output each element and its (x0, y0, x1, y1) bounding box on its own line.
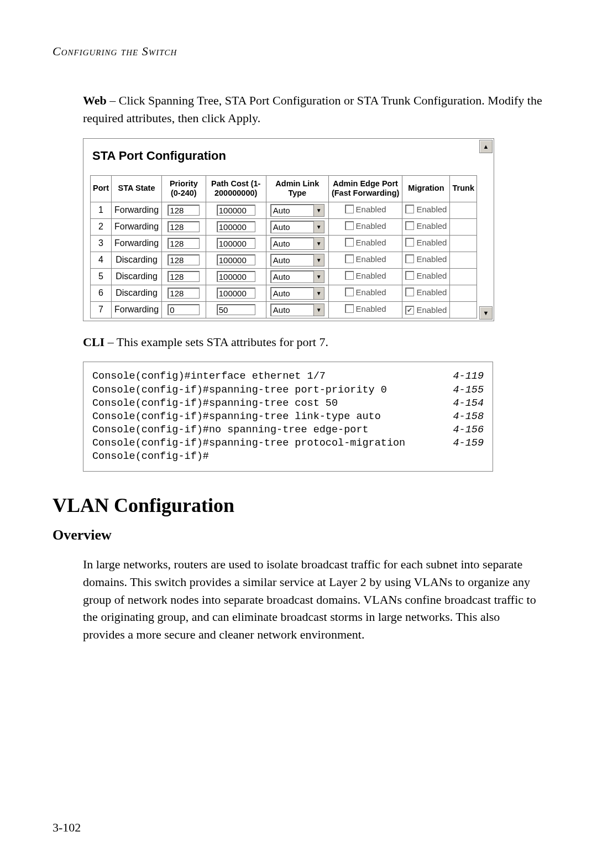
table-header-row: Port STA State Priority (0-240) Path Cos… (91, 175, 477, 202)
link-type-select[interactable]: Auto▼ (270, 237, 324, 250)
link-type-select[interactable]: Auto▼ (270, 204, 324, 217)
path-cost-input[interactable] (217, 238, 255, 249)
cell-trunk (450, 268, 477, 285)
table-row: 7ForwardingAuto▼Enabled✔Enabled (91, 301, 477, 318)
cell-cost (206, 218, 266, 235)
enabled-label: Enabled (416, 271, 447, 280)
cell-port: 2 (91, 218, 112, 235)
cell-state: Forwarding (112, 202, 162, 218)
edge-port-checkbox[interactable] (345, 304, 354, 313)
scroll-down-button[interactable]: ▼ (479, 306, 493, 320)
cell-cost (206, 235, 266, 252)
sta-screenshot: ▲ ▼ STA Port Configuration Port STA Stat… (83, 138, 494, 321)
cell-migration: Enabled (402, 268, 450, 285)
cli-command: Console(config-if)#spanning-tree link-ty… (92, 410, 381, 423)
table-row: 1ForwardingAuto▼EnabledEnabled (91, 202, 477, 218)
priority-input[interactable] (167, 304, 200, 315)
priority-input[interactable] (167, 238, 200, 249)
enabled-label: Enabled (416, 287, 447, 297)
cell-link: Auto▼ (266, 301, 328, 318)
cli-line: Console(config-if)#spanning-tree link-ty… (92, 410, 484, 423)
link-type-select[interactable]: Auto▼ (270, 287, 324, 300)
migration-checkbox[interactable] (405, 238, 414, 247)
priority-input[interactable] (167, 287, 200, 299)
sta-table: Port STA State Priority (0-240) Path Cos… (90, 175, 477, 318)
enabled-label: Enabled (356, 271, 386, 280)
path-cost-input[interactable] (217, 221, 255, 232)
cell-migration: Enabled (402, 218, 450, 235)
priority-input[interactable] (167, 205, 200, 216)
edge-port-checkbox[interactable] (345, 221, 354, 230)
link-type-select[interactable]: Auto▼ (270, 254, 324, 266)
web-text: – Click Spanning Tree, STA Port Configur… (83, 93, 542, 125)
sta-title: STA Port Configuration (90, 145, 477, 175)
cell-state: Forwarding (112, 235, 162, 252)
migration-checkbox[interactable] (405, 271, 414, 280)
col-port: Port (91, 175, 112, 202)
priority-input[interactable] (167, 254, 200, 265)
subsection-heading: Overview (53, 527, 544, 543)
table-row: 4DiscardingAuto▼EnabledEnabled (91, 252, 477, 268)
migration-checkbox[interactable] (405, 221, 414, 230)
cell-trunk (450, 301, 477, 318)
link-type-select[interactable]: Auto▼ (270, 304, 324, 316)
cell-state: Forwarding (112, 218, 162, 235)
overview-paragraph: In large networks, routers are used to i… (83, 556, 544, 644)
chevron-down-icon: ▼ (313, 304, 324, 316)
link-type-select[interactable]: Auto▼ (270, 221, 324, 233)
cli-reference: 4-159 (442, 437, 484, 450)
chevron-down-icon: ▼ (313, 238, 324, 249)
cell-trunk (450, 252, 477, 268)
cell-port: 7 (91, 301, 112, 318)
cli-command: Console(config-if)#spanning-tree protoco… (92, 437, 405, 450)
path-cost-input[interactable] (217, 304, 255, 315)
col-priority: Priority (0-240) (162, 175, 206, 202)
migration-checkbox[interactable] (405, 287, 414, 296)
migration-checkbox[interactable]: ✔ (405, 306, 414, 315)
cell-cost (206, 285, 266, 301)
cli-text: – This example sets STA attributes for p… (104, 335, 328, 349)
cell-migration: ✔Enabled (402, 301, 450, 318)
edge-port-checkbox[interactable] (345, 205, 354, 213)
link-type-select[interactable]: Auto▼ (270, 270, 324, 283)
cell-cost (206, 252, 266, 268)
cli-reference: 4-155 (442, 384, 484, 397)
edge-port-checkbox[interactable] (345, 271, 354, 280)
cell-edge: Enabled (328, 218, 402, 235)
cell-port: 4 (91, 252, 112, 268)
col-trunk: Trunk (450, 175, 477, 202)
priority-input[interactable] (167, 271, 200, 282)
path-cost-input[interactable] (217, 205, 255, 216)
path-cost-input[interactable] (217, 271, 255, 282)
cli-command: Console(config-if)#no spanning-tree edge… (92, 423, 369, 437)
migration-checkbox[interactable] (405, 254, 414, 263)
chevron-down-icon: ▼ (313, 205, 324, 216)
cell-cost (206, 202, 266, 218)
cli-command: Console(config-if)# (92, 450, 209, 463)
migration-checkbox[interactable] (405, 205, 414, 213)
priority-input[interactable] (167, 221, 200, 232)
path-cost-input[interactable] (217, 254, 255, 265)
enabled-label: Enabled (356, 238, 386, 247)
web-paragraph: Web – Click Spanning Tree, STA Port Conf… (83, 92, 544, 127)
cell-link: Auto▼ (266, 285, 328, 301)
cell-cost (206, 268, 266, 285)
enabled-label: Enabled (416, 305, 447, 315)
chevron-down-icon: ▼ (313, 271, 324, 283)
cli-line: Console(config-if)#spanning-tree port-pr… (92, 384, 484, 397)
cell-edge: Enabled (328, 268, 402, 285)
cli-paragraph: CLI – This example sets STA attributes f… (83, 333, 544, 351)
edge-port-checkbox[interactable] (345, 238, 354, 247)
cell-priority (162, 235, 206, 252)
cell-state: Discarding (112, 285, 162, 301)
scroll-up-button[interactable]: ▲ (479, 140, 493, 153)
path-cost-input[interactable] (217, 287, 255, 299)
cli-line: Console(config-if)#no spanning-tree edge… (92, 423, 484, 437)
cell-state: Discarding (112, 252, 162, 268)
cell-edge: Enabled (328, 202, 402, 218)
cli-lead: CLI (83, 335, 104, 349)
edge-port-checkbox[interactable] (345, 254, 354, 263)
cli-block: Console(config)#interface ethernet 1/74-… (83, 362, 493, 471)
edge-port-checkbox[interactable] (345, 287, 354, 296)
cell-trunk (450, 235, 477, 252)
